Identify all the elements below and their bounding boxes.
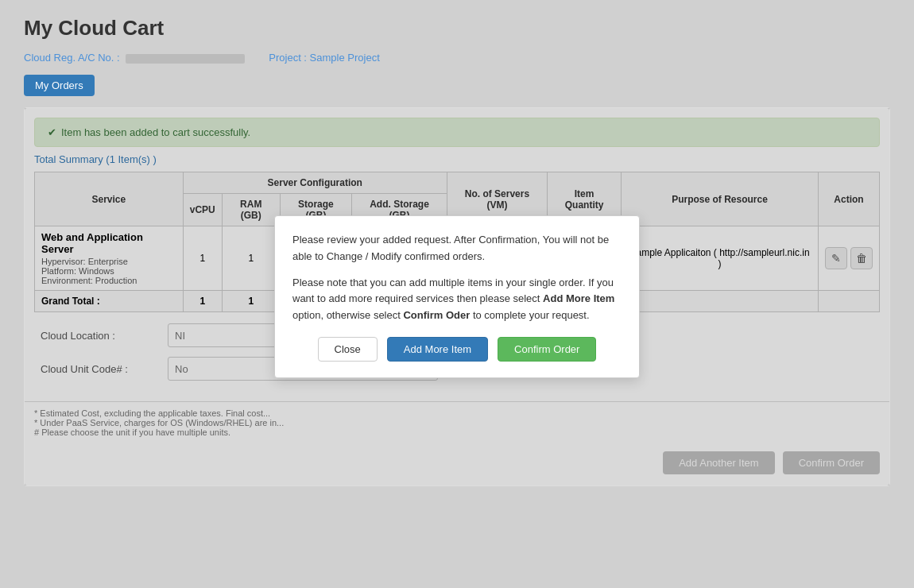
modal-box: Please review your added request. After …	[274, 215, 640, 378]
project-label: Project :	[269, 52, 307, 64]
my-orders-button[interactable]: My Orders	[24, 75, 95, 96]
page-title: My Cloud Cart	[24, 16, 890, 41]
modal-para2-end: to complete your request.	[473, 309, 590, 321]
modal-para2: Please note that you can add multiple it…	[292, 275, 622, 324]
modal-add-more-highlight: Add More Item	[543, 292, 614, 304]
modal-para1: Please review your added request. After …	[292, 232, 622, 265]
close-button[interactable]: Close	[318, 337, 378, 362]
modal-confirm-highlight: Confirm Oder	[403, 309, 470, 321]
add-more-item-button[interactable]: Add More Item	[387, 337, 488, 362]
modal-para2-mid: option, otherwise select	[292, 309, 403, 321]
cloud-reg-bar	[126, 54, 245, 64]
project-name: Sample Project	[310, 52, 380, 64]
modal-overlay: Please review your added request. After …	[25, 108, 889, 485]
cloud-reg-label: Cloud Reg. A/C No. :	[24, 52, 120, 64]
confirm-order-button[interactable]: Confirm Order	[498, 337, 596, 362]
